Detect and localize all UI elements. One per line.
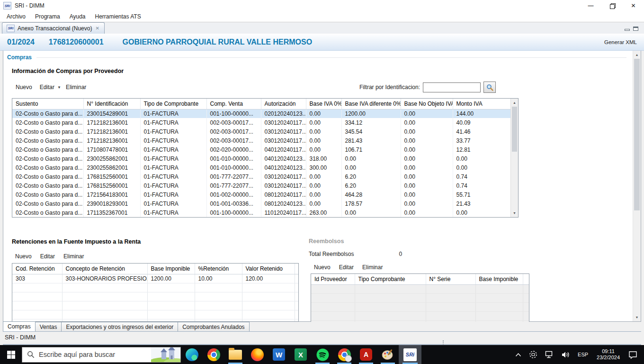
table-cell[interactable]: 55.71 [453,190,511,199]
table-cell[interactable]: 02-Costo o Gasto para d... [12,208,83,217]
column-header[interactable]: Tipo Comprobante [355,274,426,284]
table-cell[interactable]: 2390018293001 [83,199,140,208]
table-cell[interactable]: 144.00 [453,109,511,118]
table-cell[interactable]: 0.00 [453,163,511,172]
table-cell[interactable]: 0.00 [306,181,341,190]
tray-sync-icon[interactable] [526,345,540,364]
taskbar-chrome-icon[interactable] [203,345,224,364]
table-cell[interactable]: 0.00 [401,199,453,208]
table-cell[interactable]: 001-002-00000... [206,190,261,199]
column-header[interactable]: Valor Retenido [242,264,295,274]
table-cell[interactable]: 02-Costo o Gasto para d... [12,127,83,136]
table-cell[interactable]: 030120240117... [261,181,306,190]
table-cell[interactable]: 001-010-00000... [206,163,261,172]
table-cell[interactable]: 02-Costo o Gasto para d... [12,199,83,208]
table-cell[interactable]: 001-001-00336... [206,199,261,208]
table-cell[interactable]: 40.09 [453,118,511,127]
table-cell[interactable]: 01-FACTURA [140,109,206,118]
column-header[interactable]: Sustento [12,99,83,109]
language-indicator[interactable]: ESP [575,345,591,364]
taskbar-paint-icon[interactable] [377,345,399,364]
table-cell[interactable]: 303-HONORARIOS PROFESIO... [62,274,147,283]
table-cell[interactable]: 01-FACTURA [140,199,206,208]
table-cell[interactable]: 0.00 [401,118,453,127]
column-header[interactable]: Base Imponible [475,274,523,284]
table-cell[interactable]: 303 [12,274,62,283]
column-header[interactable]: N° Serie [426,274,475,284]
table-cell[interactable]: 1721564183001 [83,190,140,199]
table-row[interactable]: 02-Costo o Gasto para d...23002558620010… [12,154,511,163]
filter-input[interactable] [423,82,481,92]
notification-center-icon[interactable] [626,345,640,364]
table-cell[interactable]: 080120240123... [261,199,306,208]
table-cell[interactable]: 030120240117... [261,136,306,145]
close-button[interactable]: ✕ [623,0,644,11]
table-cell[interactable]: 0.00 [401,127,453,136]
table-cell[interactable]: 0.74 [453,172,511,181]
column-header[interactable]: Autorización [261,99,306,109]
table-cell[interactable]: 001-100-00000... [206,109,261,118]
table-cell[interactable]: 0.00 [401,136,453,145]
table-cell[interactable]: 10.00 [195,274,242,283]
table-cell[interactable]: 178.57 [341,199,401,208]
ret-editar-button[interactable]: Editar [37,252,58,261]
table-cell[interactable]: 020120240123... [261,109,306,118]
table-cell[interactable]: 33.77 [453,136,511,145]
main-scrollbar[interactable]: ▲ ▼ [633,51,641,321]
table-cell[interactable]: 0.00 [401,181,453,190]
taskbar-firefox-icon[interactable] [246,345,268,364]
table-cell[interactable]: 0.00 [341,163,401,172]
table-cell[interactable]: 02-Costo o Gasto para d... [12,181,83,190]
table-cell[interactable]: 1200.00 [341,109,401,118]
restore-button[interactable] [601,0,623,11]
table-cell[interactable]: 0.00 [453,154,511,163]
table-cell[interactable]: 334.12 [341,118,401,127]
column-header[interactable]: Base Imponible [147,264,195,274]
table-cell[interactable]: 345.54 [341,127,401,136]
column-header[interactable]: Base IVA diferente 0% [341,99,401,109]
table-cell[interactable]: 01-FACTURA [140,181,206,190]
table-cell[interactable]: 01-FACTURA [140,208,206,217]
ret-nuevo-button[interactable]: Nuevo [12,252,35,261]
table-cell[interactable]: 030120240117... [261,118,306,127]
table-cell[interactable]: 0.00 [401,154,453,163]
table-cell[interactable]: 0.00 [401,208,453,217]
table-cell[interactable]: 300.00 [306,163,341,172]
table-cell[interactable]: 21.43 [453,199,511,208]
table-cell[interactable]: 01-FACTURA [140,145,206,154]
table-cell[interactable]: 12.81 [453,145,511,154]
table-cell[interactable]: 02-Costo o Gasto para d... [12,172,83,181]
table-cell[interactable]: 0.00 [401,145,453,154]
eliminar-button[interactable]: Eliminar [62,82,90,92]
table-cell[interactable] [295,274,299,283]
table-cell[interactable]: 1712182136001 [83,127,140,136]
table-cell[interactable]: 002-003-00017... [206,136,261,145]
table-cell[interactable]: 040120240123... [261,154,306,163]
table-cell[interactable]: 040120240123... [261,163,306,172]
tray-chevron-icon[interactable] [512,345,524,364]
table-cell[interactable]: 1712182136001 [83,118,140,127]
tab-anexo-transaccional[interactable]: SRi Anexo Transaccional (Nuevo) ✕ [2,22,105,34]
scroll-down-icon[interactable]: ▼ [511,209,518,217]
table-cell[interactable]: 01-FACTURA [140,172,206,181]
table-cell[interactable]: 1711352367001 [83,208,140,217]
filter-search-button[interactable] [483,82,496,93]
table-cell[interactable]: 263.00 [306,208,341,217]
table-cell[interactable]: 0.00 [341,208,401,217]
rem-editar-button[interactable]: Editar [336,263,357,272]
table-row[interactable]: 02-Costo o Gasto para d...23001542890010… [12,109,511,118]
main-scroll-up-icon[interactable]: ▲ [633,51,641,58]
tab-exportaciones[interactable]: Exportaciones y otros ingresos del exter… [61,322,178,331]
rem-nuevo-button[interactable]: Nuevo [311,263,334,272]
table-cell[interactable]: 080120240117... [261,190,306,199]
taskbar-word-icon[interactable]: W [268,345,290,364]
table-cell[interactable]: 001-777-22077... [206,172,261,181]
column-header[interactable]: Monto IVA [453,99,511,109]
table-cell[interactable]: 030120240117... [261,127,306,136]
scroll-up-icon[interactable]: ▲ [511,99,518,106]
table-cell[interactable]: 106.71 [341,145,401,154]
table-cell[interactable]: 01-FACTURA [140,118,206,127]
table-cell[interactable]: 0.00 [306,109,341,118]
main-scroll-down-icon[interactable]: ▼ [633,314,641,321]
table-row[interactable]: 02-Costo o Gasto para d...17121821360010… [12,118,511,127]
